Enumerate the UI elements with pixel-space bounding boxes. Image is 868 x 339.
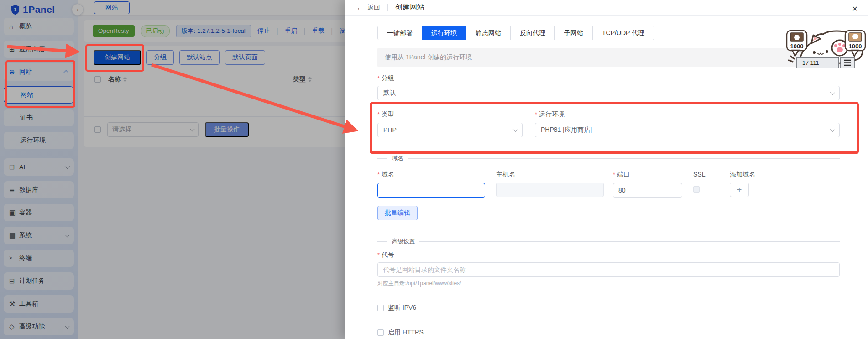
header-divider [387, 4, 388, 11]
drawer-title: 创建网站 [395, 3, 424, 12]
left-count-label: 1000 [790, 43, 804, 50]
batch-edit-button[interactable]: 批量编辑 [377, 206, 418, 220]
group-label: 分组 [377, 73, 840, 83]
chevron-down-icon [830, 127, 835, 132]
chevron-down-icon [830, 90, 835, 95]
right-count-label: 1000 [849, 43, 862, 50]
domain-label: 域名 [377, 170, 485, 179]
tab-tcp-udp-proxy[interactable]: TCP/UDP 代理 [592, 26, 654, 40]
domain-section-divider: 域名 [377, 155, 840, 162]
domain-fields-row: 域名 主机名 端口 SSL 添加域名 + [377, 170, 840, 198]
ipv6-option: 监听 IPV6 [377, 304, 840, 312]
tab-subsite[interactable]: 子网站 [554, 26, 592, 40]
https-label: 启用 HTTPS [388, 329, 424, 337]
tab-runtime[interactable]: 运行环境 [422, 26, 466, 40]
drawer-body: 一键部署 运行环境 静态网站 反向代理 子网站 TCP/UDP 代理 使用从 1… [377, 16, 840, 337]
tab-one-click-deploy[interactable]: 一键部署 [378, 26, 422, 40]
close-icon[interactable]: ✕ [850, 3, 860, 15]
hostname-input [496, 183, 604, 197]
chevron-down-icon [513, 127, 518, 132]
domain-input[interactable] [377, 183, 485, 198]
back-button[interactable]: 返回 [367, 4, 380, 12]
runtime-select[interactable]: PHP81 [应用商店] [535, 123, 840, 137]
ipv6-checkbox[interactable] [377, 305, 384, 311]
counter-bar: 17 111 [797, 57, 839, 68]
back-arrow-icon[interactable]: ← [356, 4, 364, 12]
motion-lines [789, 56, 794, 62]
alias-helper-text: 对应主目录:/opt/1panel/www/sites/ [377, 280, 840, 287]
https-option: 启用 HTTPS [377, 329, 840, 337]
tab-reverse-proxy[interactable]: 反向代理 [510, 26, 554, 40]
type-label: 类型 [377, 110, 523, 119]
runtime-label: 运行环境 [535, 110, 840, 119]
tab-static-site[interactable]: 静态网站 [466, 26, 510, 40]
info-banner: 使用从 1Panel 创建的运行环境 [377, 48, 840, 67]
hamburger-menu-button [841, 57, 854, 68]
port-input[interactable] [613, 183, 682, 198]
add-domain-button[interactable]: + [730, 183, 749, 197]
alias-input[interactable] [377, 262, 840, 277]
type-select[interactable]: PHP [377, 123, 523, 137]
port-label: 端口 [613, 170, 682, 179]
plus-icon: + [737, 185, 742, 195]
ssl-label: SSL [693, 170, 719, 179]
alias-field: 代号 对应主目录:/opt/1panel/www/sites/ [377, 250, 840, 287]
drawer-header: ← 返回 创建网站 [345, 0, 868, 16]
advanced-section-divider: 高级设置 [377, 238, 840, 245]
add-domain-label: 添加域名 [730, 170, 771, 179]
ipv6-label: 监听 IPV6 [388, 304, 416, 312]
alias-label: 代号 [377, 250, 840, 260]
text-cursor [383, 187, 383, 194]
ssl-checkbox[interactable] [693, 186, 700, 193]
group-select[interactable]: 默认 [377, 86, 840, 100]
counter-text: 17 111 [802, 60, 819, 66]
create-type-tabs: 一键部署 运行环境 静态网站 反向代理 子网站 TCP/UDP 代理 [377, 26, 654, 40]
type-runtime-row: 类型 PHP 运行环境 PHP81 [应用商店] [377, 100, 840, 137]
https-checkbox[interactable] [377, 329, 384, 336]
bongo-cat-mascot: 1000 1000 17 111 [784, 24, 868, 70]
hostname-label: 主机名 [496, 170, 604, 179]
